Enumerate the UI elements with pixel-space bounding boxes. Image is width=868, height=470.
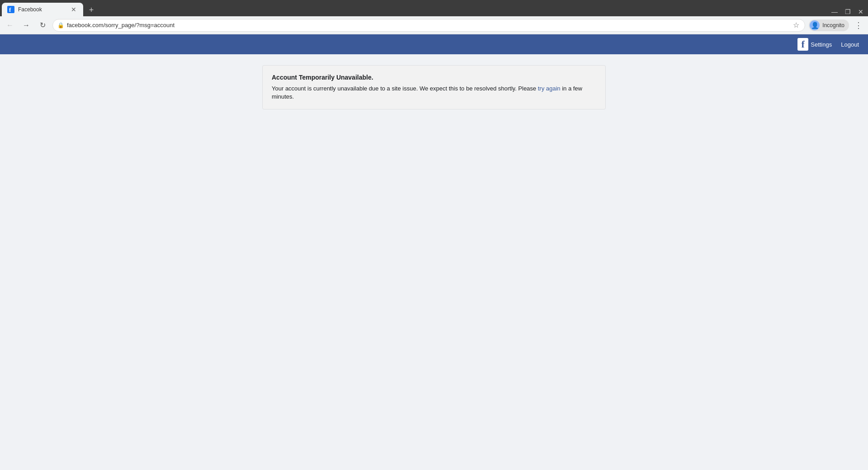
minimize-button[interactable]: — (829, 7, 840, 16)
error-box: Account Temporarily Unavailable. Your ac… (262, 65, 606, 109)
error-message-pre: Your account is currently unavailable du… (272, 85, 538, 92)
lock-icon: 🔒 (57, 22, 64, 28)
settings-link[interactable]: Settings (811, 41, 832, 48)
error-message: Your account is currently unavailable du… (272, 85, 596, 101)
profile-name: Incognito (822, 22, 844, 28)
profile-area[interactable]: 👤 Incognito (809, 19, 849, 31)
active-tab[interactable]: f Facebook ✕ (2, 3, 83, 16)
browser-tab-bar: f Facebook ✕ + — ❐ ✕ (0, 0, 868, 16)
url-text: facebook.com/sorry_page/?msg=account (67, 22, 175, 28)
bookmark-icon[interactable]: ☆ (792, 20, 800, 30)
tab-close-button[interactable]: ✕ (70, 5, 78, 14)
profile-avatar: 👤 (810, 20, 820, 30)
back-button[interactable]: ← (4, 19, 16, 32)
error-title: Account Temporarily Unavailable. (272, 74, 596, 81)
logout-link[interactable]: Logout (841, 41, 859, 48)
facebook-header: f Settings Logout (0, 34, 868, 54)
facebook-logo[interactable]: f (795, 37, 811, 52)
address-bar-row: ← → ↻ 🔒 facebook.com/sorry_page/?msg=acc… (0, 16, 868, 34)
close-button[interactable]: ✕ (855, 7, 866, 16)
tab-title: Facebook (18, 6, 66, 13)
svg-text:f: f (9, 6, 11, 13)
new-tab-button[interactable]: + (85, 4, 98, 16)
address-bar[interactable]: 🔒 facebook.com/sorry_page/?msg=account ☆ (52, 19, 805, 32)
header-nav: Settings Logout (811, 41, 859, 48)
browser-menu-button[interactable]: ⋮ (853, 19, 864, 31)
window-controls: — ❐ ✕ (829, 7, 866, 16)
forward-button[interactable]: → (20, 19, 33, 32)
maximize-button[interactable]: ❐ (842, 7, 854, 16)
main-content: Account Temporarily Unavailable. Your ac… (0, 54, 868, 470)
facebook-logo-icon: f (797, 38, 808, 51)
try-again-link[interactable]: try again (538, 85, 561, 92)
tab-favicon: f (7, 6, 14, 13)
reload-button[interactable]: ↻ (36, 19, 49, 32)
